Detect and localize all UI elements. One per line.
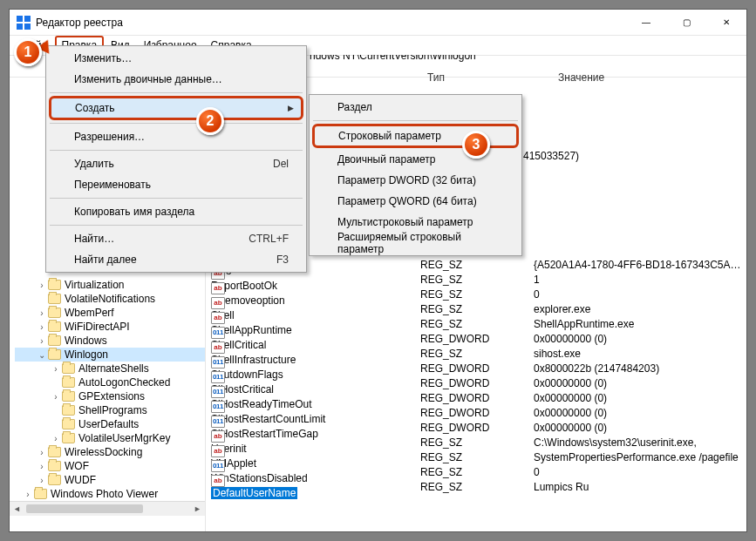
- tree-item-virtualization[interactable]: ›Virtualization: [15, 278, 205, 292]
- menu-find-next[interactable]: Найти далееF3: [48, 249, 304, 270]
- maximize-button[interactable]: ▢: [666, 10, 706, 36]
- value-type: REG_SZ: [420, 348, 534, 360]
- folder-icon: [48, 294, 61, 304]
- tree-item-gpextensions[interactable]: ›GPExtensions: [15, 389, 205, 403]
- dword-value-icon: [211, 371, 225, 383]
- app-icon: [17, 16, 31, 30]
- tree-twisty-icon[interactable]: ›: [36, 322, 48, 332]
- value-data: 0x00000000 (0): [534, 377, 746, 389]
- callout-1: 1: [14, 38, 42, 66]
- value-data: 1: [534, 274, 746, 286]
- value-data: 0: [534, 288, 746, 301]
- value-data: 0x00000000 (0): [534, 333, 746, 345]
- dword-value-icon: [211, 386, 225, 398]
- value-type: REG_SZ: [420, 303, 534, 315]
- value-type: REG_SZ: [420, 259, 534, 271]
- value-data: explorer.exe: [534, 303, 746, 315]
- value-data: C:\Windows\system32\userinit.exe,: [534, 436, 746, 449]
- string-value-icon: [211, 430, 225, 443]
- tree-twisty-icon[interactable]: ⌄: [36, 350, 48, 360]
- tree-item-autologonchecked[interactable]: AutoLogonChecked: [15, 375, 205, 389]
- tree-item-winlogon[interactable]: ⌄Winlogon: [15, 348, 205, 362]
- submenu-binary-value[interactable]: Двоичный параметр: [311, 149, 520, 170]
- tree-item-windows[interactable]: ›Windows: [15, 334, 205, 348]
- tree-item-wof[interactable]: ›WOF: [15, 459, 205, 473]
- menu-rename[interactable]: Переименовать: [48, 174, 304, 195]
- tree-item-wudf[interactable]: ›WUDF: [15, 473, 205, 487]
- tree-item-label: UserDefaults: [78, 418, 139, 430]
- menu-modify-binary[interactable]: Изменить двоичные данные…: [48, 69, 304, 90]
- value-data: 0x00000000 (0): [534, 392, 746, 404]
- tree-item-userdefaults[interactable]: UserDefaults: [15, 417, 205, 431]
- value-type: REG_DWORD: [420, 377, 534, 389]
- value-row[interactable]: DefaultUserNameREG_SZLumpics Ru: [206, 479, 746, 494]
- submenu-multistring-value[interactable]: Мультистроковый параметр: [311, 212, 520, 233]
- title-bar: Редактор реестра ― ▢ ✕: [10, 10, 746, 36]
- folder-icon: [62, 391, 75, 402]
- tree-item-wirelessdocking[interactable]: ›WirelessDocking: [15, 445, 205, 459]
- tree-twisty-icon[interactable]: ›: [36, 476, 48, 485]
- value-type: REG_SZ: [420, 466, 534, 478]
- value-type: REG_DWORD: [420, 333, 534, 345]
- tree-item-label: ShellPrograms: [78, 404, 147, 416]
- value-type: REG_SZ: [420, 451, 534, 463]
- value-type: REG_SZ: [420, 481, 534, 493]
- folder-icon: [62, 405, 75, 416]
- tree-item-wbemperf[interactable]: ›WbemPerf: [15, 306, 205, 320]
- tree-item-volatilenotifications[interactable]: VolatileNotifications: [15, 292, 205, 306]
- tree-item-label: GPExtensions: [78, 390, 145, 402]
- tree-item-label: Windows: [65, 335, 107, 347]
- tree-item-alternateshells[interactable]: ›AlternateShells: [15, 362, 205, 375]
- tree-twisty-icon[interactable]: ›: [36, 462, 48, 471]
- tree-item-label: Virtualization: [65, 279, 124, 291]
- tree-h-scrollbar[interactable]: ◄►: [10, 501, 205, 516]
- tree-item-label: AlternateShells: [78, 362, 149, 375]
- value-type: REG_DWORD: [420, 422, 534, 434]
- menu-delete[interactable]: УдалитьDel: [48, 153, 304, 174]
- folder-icon: [48, 321, 61, 332]
- minimize-button[interactable]: ―: [626, 10, 666, 36]
- menu-create[interactable]: Создать: [49, 96, 303, 120]
- tree-twisty-icon[interactable]: ›: [50, 364, 62, 374]
- tree-item-label: WiFiDirectAPI: [65, 321, 130, 333]
- callout-2: 2: [196, 107, 224, 135]
- tree-item-label: AutoLogonChecked: [78, 376, 170, 389]
- create-submenu: Раздел Строковый параметр Двоичный парам…: [309, 94, 522, 256]
- string-value-icon: [211, 282, 225, 294]
- tree-item-label: WOF: [65, 460, 89, 472]
- tree-item-shellprograms[interactable]: ShellPrograms: [15, 403, 205, 417]
- tree-twisty-icon[interactable]: ›: [36, 281, 48, 290]
- tree-item-wifidirectapi[interactable]: ›WiFiDirectAPI: [15, 320, 205, 334]
- close-button[interactable]: ✕: [706, 10, 746, 36]
- folder-icon: [48, 349, 61, 360]
- menu-copy-key-name[interactable]: Копировать имя раздела: [48, 201, 304, 222]
- folder-icon: [48, 335, 61, 346]
- edit-dropdown-menu: Изменить… Изменить двоичные данные… Созд…: [45, 45, 307, 273]
- value-data: 0: [534, 466, 746, 478]
- tree-twisty-icon[interactable]: ›: [22, 490, 34, 499]
- tree-twisty-icon[interactable]: ›: [36, 448, 48, 457]
- submenu-dword-value[interactable]: Параметр DWORD (32 бита): [311, 170, 520, 191]
- tree-twisty-icon[interactable]: ›: [50, 392, 62, 402]
- window-title: Редактор реестра: [36, 17, 123, 29]
- window-controls: ― ▢ ✕: [626, 10, 746, 36]
- column-header-type[interactable]: Тип: [427, 71, 445, 84]
- string-value-icon: [211, 312, 225, 324]
- tree-item-volatileusermgrkey[interactable]: ›VolatileUserMgrKey: [15, 431, 205, 445]
- value-type: REG_SZ: [420, 274, 534, 286]
- tree-item-label: VolatileUserMgrKey: [78, 432, 170, 444]
- folder-icon: [34, 489, 47, 499]
- column-header-value[interactable]: Значение: [558, 71, 604, 84]
- submenu-expandstring-value[interactable]: Расширяемый строковый параметр: [311, 233, 520, 254]
- tree-twisty-icon[interactable]: ›: [36, 336, 48, 346]
- menu-modify[interactable]: Изменить…: [48, 48, 304, 69]
- submenu-qword-value[interactable]: Параметр QWORD (64 бита): [311, 191, 520, 212]
- tree-item-windows-photo-viewer[interactable]: ›Windows Photo Viewer: [15, 487, 205, 501]
- value-data: 0x8000022b (2147484203): [534, 362, 746, 375]
- menu-permissions[interactable]: Разрешения…: [48, 126, 304, 147]
- tree-item-label: WUDF: [65, 474, 96, 486]
- menu-find[interactable]: Найти…CTRL+F: [48, 228, 304, 249]
- tree-twisty-icon[interactable]: ›: [36, 308, 48, 318]
- submenu-key[interactable]: Раздел: [311, 97, 520, 118]
- tree-twisty-icon[interactable]: ›: [50, 434, 62, 443]
